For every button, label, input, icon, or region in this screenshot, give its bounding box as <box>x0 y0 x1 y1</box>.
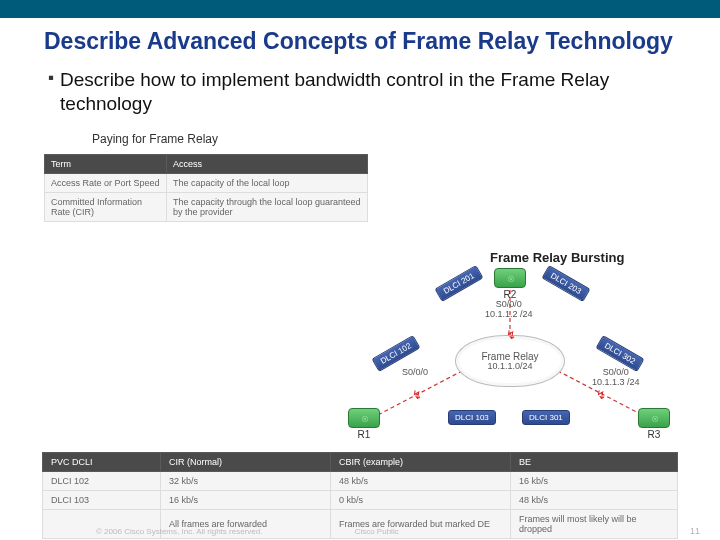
th-term: Term <box>45 154 167 173</box>
router-icon <box>494 268 526 288</box>
th-access: Access <box>166 154 367 173</box>
router-icon <box>348 408 380 428</box>
sub-heading: Paying for Frame Relay <box>92 132 676 146</box>
table-row: Committed Information Rate (CIR) The cap… <box>45 192 368 221</box>
dlci-301-label: DLCI 301 <box>522 410 570 425</box>
cloud-label: Frame Relay <box>481 351 538 362</box>
bolt-icon: ↯ <box>596 388 606 402</box>
bullet-text: Describe how to implement bandwidth cont… <box>60 68 676 116</box>
page-number: 11 <box>690 526 700 536</box>
bolt-icon: ↯ <box>412 388 422 402</box>
router-icon <box>638 408 670 428</box>
terms-table: Term Access Access Rate or Port Speed Th… <box>44 154 368 222</box>
r1-if: S0/0/0 <box>402 368 428 378</box>
table-row: Term Access <box>45 154 368 173</box>
bullet-item: ▪ Describe how to implement bandwidth co… <box>48 68 676 116</box>
copyright: © 2006 Cisco Systems, Inc. All rights re… <box>96 527 262 536</box>
pvc-table: PVC DCLI CIR (Normal) CBIR (example) BE … <box>42 452 678 539</box>
r3-ip: S0/0/010.1.1.3 /24 <box>592 368 640 388</box>
table-row: Access Rate or Port Speed The capacity o… <box>45 173 368 192</box>
table-row: PVC DCLI CIR (Normal) CBIR (example) BE <box>43 453 678 472</box>
frame-relay-cloud: Frame Relay 10.1.1.0/24 <box>455 335 565 387</box>
cloud-ip: 10.1.1.0/24 <box>487 362 532 372</box>
table-row: DLCI 102 32 kb/s 48 kb/s 16 kb/s <box>43 472 678 491</box>
page-title: Describe Advanced Concepts of Frame Rela… <box>44 28 676 54</box>
router-r3: R3 <box>638 408 670 440</box>
cisco-public: Cisco Public <box>355 527 399 536</box>
frame-relay-diagram: Frame Relay Bursting R2 S0/0/010.1.1.2 /… <box>340 250 680 450</box>
footer: © 2006 Cisco Systems, Inc. All rights re… <box>96 527 399 536</box>
bullet-mark: ▪ <box>48 68 54 116</box>
top-bar <box>0 0 720 18</box>
bolt-icon: ↯ <box>506 328 516 342</box>
r2-ip: S0/0/010.1.1.2 /24 <box>485 300 533 320</box>
router-r1: R1 <box>348 408 380 440</box>
dlci-103-label: DLCI 103 <box>448 410 496 425</box>
router-r2: R2 <box>494 268 526 300</box>
table-row: DLCI 103 16 kb/s 0 kb/s 48 kb/s <box>43 491 678 510</box>
